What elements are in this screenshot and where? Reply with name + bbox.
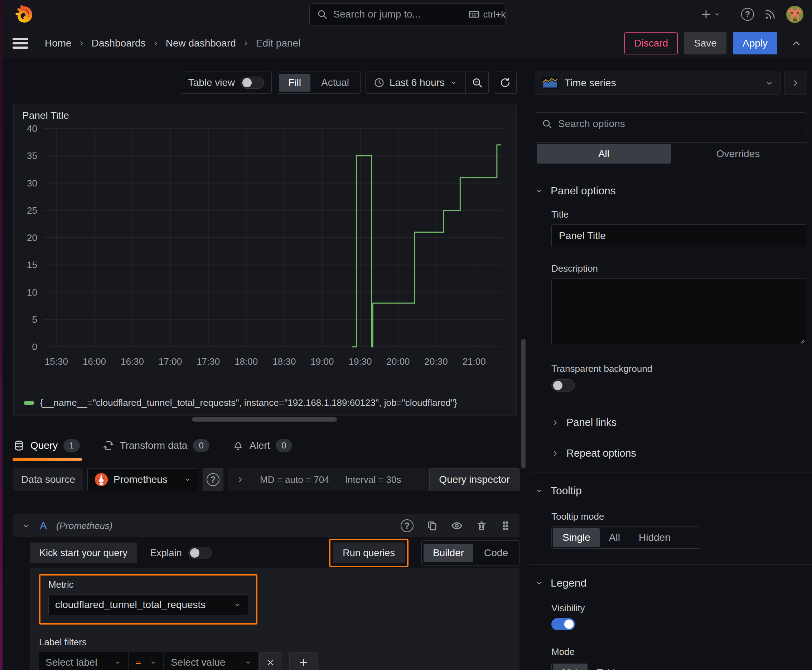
remove-filter-button[interactable] <box>259 652 281 670</box>
save-button[interactable]: Save <box>684 32 726 54</box>
legend-heading: Legend <box>551 577 587 589</box>
panel-title[interactable]: Panel Title <box>14 104 516 122</box>
tooltip-section-header[interactable]: Tooltip <box>535 485 807 497</box>
options-search[interactable] <box>535 112 807 135</box>
query-help-icon[interactable]: ? <box>401 519 414 532</box>
breadcrumb-edit-panel: Edit panel <box>256 37 301 49</box>
panel-options-section-header[interactable]: Panel options <box>535 185 807 197</box>
kick-start-query-button[interactable]: Kick start your query <box>30 543 137 563</box>
breadcrumb: Home Dashboards New dashboard Edit panel <box>45 37 300 49</box>
tooltip-all-option[interactable]: All <box>600 528 629 547</box>
query-row-header[interactable]: A (Prometheus) ? <box>13 514 519 537</box>
tooltip-mode-label: Tooltip mode <box>551 511 807 522</box>
options-search-input[interactable] <box>558 118 800 130</box>
collapse-options-icon[interactable] <box>790 37 802 49</box>
tab-alert[interactable]: Alert 0 <box>232 435 292 457</box>
table-view-toggle[interactable] <box>241 76 264 89</box>
panel-description-textarea[interactable] <box>551 278 807 345</box>
explain-toggle[interactable] <box>188 547 212 559</box>
visualization-value: Time series <box>565 77 616 89</box>
search-icon <box>542 118 553 129</box>
svg-text:18:00: 18:00 <box>234 356 258 367</box>
chart-svg: 051015202530354015:3016:0016:3017:0017:3… <box>19 122 509 372</box>
tab-overrides[interactable]: Overrides <box>671 144 805 164</box>
grafana-logo[interactable] <box>13 4 33 24</box>
time-series-chart[interactable]: 051015202530354015:3016:0016:3017:0017:3… <box>14 122 516 397</box>
explain-label: Explain <box>150 548 182 559</box>
search-icon <box>317 9 327 20</box>
tab-transform-data[interactable]: Transform data 0 <box>103 435 209 457</box>
select-label-placeholder: Select label <box>46 657 97 668</box>
news-icon[interactable] <box>764 8 776 20</box>
query-options-bar[interactable]: MD = auto = 704 Interval = 30s Query ins… <box>228 468 519 491</box>
clock-icon <box>374 77 385 88</box>
chevron-down-icon <box>114 659 121 666</box>
drag-handle-icon[interactable] <box>500 520 511 531</box>
tab-transform-label: Transform data <box>120 440 188 451</box>
panel-links-section[interactable]: Panel links <box>551 407 807 438</box>
duplicate-query-icon[interactable] <box>426 520 438 531</box>
tab-query-count: 1 <box>63 439 80 452</box>
legend-swatch[interactable] <box>24 401 34 405</box>
delete-query-icon[interactable] <box>476 520 487 531</box>
main-scrollbar-thumb[interactable] <box>521 339 526 469</box>
actual-option[interactable]: Actual <box>312 74 358 91</box>
svg-text:21:00: 21:00 <box>463 356 486 367</box>
breadcrumb-dashboards[interactable]: Dashboards <box>92 37 146 49</box>
chevron-right-icon <box>242 40 249 47</box>
help-icon[interactable]: ? <box>741 8 754 21</box>
svg-text:16:30: 16:30 <box>120 356 144 367</box>
fill-option[interactable]: Fill <box>279 74 310 91</box>
metric-select[interactable]: cloudflared_tunnel_total_requests <box>48 594 248 615</box>
global-search[interactable]: ctrl+k <box>309 3 505 25</box>
legend-mode-label: Mode <box>551 646 807 658</box>
menu-icon[interactable] <box>12 38 28 49</box>
panel-title-input[interactable] <box>551 224 807 247</box>
chart-legend: {__name__="cloudflared_tunnel_total_requ… <box>14 397 516 416</box>
discard-button[interactable]: Discard <box>624 32 678 54</box>
keyboard-icon <box>468 8 480 20</box>
repeat-options-section[interactable]: Repeat options <box>551 438 807 469</box>
tab-query[interactable]: Query 1 <box>13 435 80 457</box>
tooltip-hidden-option[interactable]: Hidden <box>629 528 680 547</box>
legend-series-label[interactable]: {__name__="cloudflared_tunnel_total_requ… <box>40 397 457 408</box>
datasource-select[interactable]: Prometheus <box>87 468 198 491</box>
global-search-input[interactable] <box>333 8 463 20</box>
tooltip-single-option[interactable]: Single <box>553 528 600 547</box>
query-ref-id: A <box>40 520 47 532</box>
breadcrumb-new-dashboard[interactable]: New dashboard <box>166 37 236 49</box>
edit-panel-main: Table view Fill Actual Last 6 hours <box>2 58 527 670</box>
legend-section-header[interactable]: Legend <box>535 577 807 589</box>
visualization-select[interactable]: Time series <box>535 71 780 95</box>
operator-dropdown[interactable]: = <box>129 652 163 670</box>
code-option[interactable]: Code <box>475 544 517 562</box>
svg-text:15: 15 <box>27 259 37 270</box>
apply-button[interactable]: Apply <box>733 32 777 54</box>
chevron-right-icon <box>236 475 244 484</box>
refresh-button[interactable] <box>494 71 517 94</box>
select-label-dropdown[interactable]: Select label <box>39 652 128 670</box>
user-avatar[interactable] <box>786 6 804 23</box>
datasource-help-button[interactable]: ? <box>203 468 224 491</box>
resize-grip-icon[interactable] <box>798 337 805 344</box>
breadcrumb-home[interactable]: Home <box>45 37 71 49</box>
legend-visibility-toggle[interactable] <box>551 618 575 630</box>
panel-resize-handle[interactable] <box>192 417 337 421</box>
transparent-background-toggle[interactable] <box>551 379 575 392</box>
zoom-out-time-button[interactable] <box>465 72 488 93</box>
tab-all-options[interactable]: All <box>537 144 671 164</box>
hide-response-icon[interactable] <box>451 520 463 532</box>
time-range-picker[interactable]: Last 6 hours <box>366 72 465 93</box>
search-shortcut: ctrl+k <box>483 9 506 20</box>
viz-picker-open-button[interactable] <box>784 71 807 95</box>
run-queries-button[interactable]: Run queries <box>333 543 405 563</box>
query-inspector-button[interactable]: Query inspector <box>429 468 519 491</box>
select-value-dropdown[interactable]: Select value <box>164 652 258 670</box>
chevron-down-icon[interactable] <box>22 521 31 530</box>
legend-table-option[interactable]: Table <box>588 663 630 670</box>
tab-alert-count: 0 <box>276 439 292 452</box>
legend-list-option[interactable]: List <box>553 663 588 670</box>
builder-option[interactable]: Builder <box>424 544 473 562</box>
add-filter-button[interactable] <box>289 652 318 670</box>
add-new-button[interactable] <box>700 8 721 20</box>
